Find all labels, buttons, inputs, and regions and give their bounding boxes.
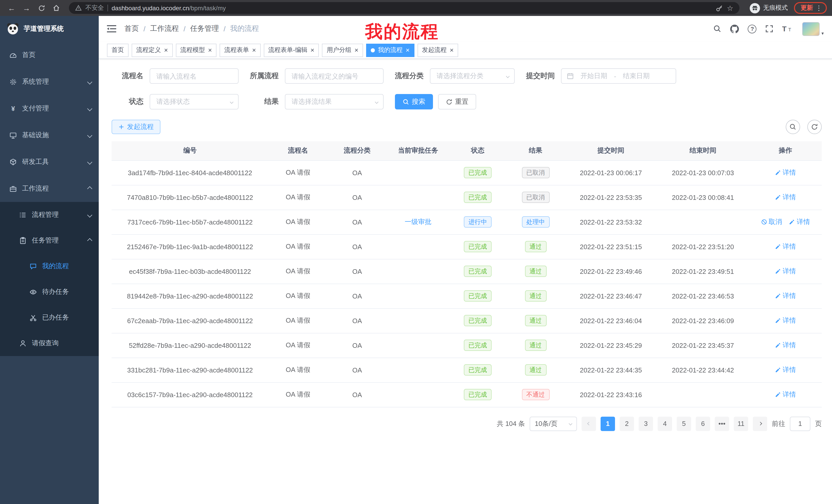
more-pages-button[interactable]: ••• (715, 416, 729, 431)
filter-status: 状态 请选择状态 (111, 94, 239, 109)
sidebar-item-todo-tasks[interactable]: 待办任务 (0, 279, 99, 305)
avatar[interactable] (802, 22, 820, 36)
url-text[interactable]: dashboard.yudao.iocoder.cn/bpm/task/my (111, 4, 226, 11)
current-task-link[interactable]: 一级审批 (405, 217, 432, 227)
tab-process-form-edit[interactable]: 流程表单-编辑× (264, 44, 319, 57)
browser-update-button[interactable]: 更新 ⋮ (794, 2, 827, 14)
breadcrumb-workflow[interactable]: 工作流程 (150, 24, 179, 33)
page-button-3[interactable]: 3 (639, 416, 653, 431)
hamburger-icon[interactable] (107, 25, 116, 32)
process-def-input[interactable] (285, 68, 384, 84)
tab-start-process[interactable]: 发起流程× (417, 44, 458, 57)
tab-my-process[interactable]: 我的流程× (366, 44, 414, 57)
browser-menu-icon[interactable]: ⋮ (815, 4, 822, 12)
tab-home[interactable]: 首页 (107, 44, 129, 57)
security-warning-icon[interactable] (75, 5, 82, 11)
tab-close-icon[interactable]: × (252, 47, 256, 53)
category-select[interactable]: 请选择流程分类 (430, 68, 515, 84)
detail-link[interactable]: 详情 (775, 168, 796, 177)
password-key-icon[interactable] (716, 4, 723, 11)
detail-link[interactable]: 详情 (775, 291, 796, 301)
cube-icon (9, 158, 18, 166)
tab-close-icon[interactable]: × (406, 47, 410, 53)
tab-close-icon[interactable]: × (450, 47, 453, 53)
detail-link[interactable]: 详情 (775, 390, 796, 399)
reload-button[interactable] (35, 2, 48, 15)
sidebar-item-task-management[interactable]: 任务管理 (0, 228, 99, 253)
start-date-placeholder[interactable]: 开始日期 (578, 72, 610, 81)
process-name-input[interactable] (150, 68, 239, 84)
font-size-icon[interactable]: TT (782, 25, 793, 33)
end-date-placeholder[interactable]: 结束日期 (620, 72, 652, 81)
page-button-4[interactable]: 4 (658, 416, 672, 431)
refresh-table-button[interactable] (807, 120, 822, 134)
address-bar[interactable]: 不安全 dashboard.yudao.iocoder.cn/bpm/task/… (69, 2, 739, 14)
tab-user-group[interactable]: 用户分组× (322, 44, 363, 57)
next-page-button[interactable] (753, 416, 767, 431)
chevron-down-icon (87, 159, 92, 164)
bookmark-star-icon[interactable]: ☆ (727, 4, 733, 12)
person-icon (19, 339, 27, 347)
process-category: OA (352, 317, 362, 325)
toggle-search-button[interactable] (786, 120, 800, 134)
detail-link[interactable]: 详情 (775, 193, 796, 202)
page-button-1[interactable]: 1 (601, 416, 615, 431)
detail-link[interactable]: 详情 (775, 365, 796, 374)
sidebar-item-devtools[interactable]: 研发工具 (0, 148, 99, 175)
header-search-icon[interactable] (713, 25, 722, 33)
home-button[interactable] (50, 2, 63, 15)
search-button[interactable]: 搜索 (395, 94, 433, 109)
tab-process-model[interactable]: 流程模型× (176, 44, 216, 57)
github-icon[interactable] (730, 24, 739, 33)
detail-link[interactable]: 详情 (775, 341, 796, 350)
reset-button[interactable]: 重置 (438, 94, 476, 109)
cancel-link[interactable]: 取消 (761, 217, 782, 227)
tab-close-icon[interactable]: × (164, 47, 168, 53)
page-button-2[interactable]: 2 (620, 416, 634, 431)
table-row: 7470a810-7b9b-11ec-b5b7-acde48001122 OA … (111, 185, 822, 209)
fullscreen-icon[interactable] (765, 25, 774, 33)
sidebar-item-process-management[interactable]: 流程管理 (0, 202, 99, 228)
main-area: 我的流程 首页 / 工作流程 / 任务管理 / 我的流程 ? (99, 16, 832, 504)
date-separator: - (614, 72, 616, 80)
submit-time-range-picker[interactable]: 开始日期 - 结束日期 (561, 68, 676, 84)
tab-close-icon[interactable]: × (311, 47, 314, 53)
sidebar-item-workflow[interactable]: 工作流程 (0, 175, 99, 202)
breadcrumb-home[interactable]: 首页 (125, 24, 139, 33)
user-menu[interactable]: ▾ (802, 22, 824, 36)
help-icon[interactable]: ? (748, 24, 757, 33)
detail-label: 详情 (783, 390, 796, 399)
page-button-11[interactable]: 11 (734, 416, 748, 431)
sidebar-item-done-tasks[interactable]: 已办任务 (0, 305, 99, 330)
app-logo[interactable]: 芋道管理系统 (0, 16, 99, 41)
sidebar-item-infrastructure[interactable]: 基础设施 (0, 122, 99, 148)
detail-link[interactable]: 详情 (775, 242, 796, 251)
security-label[interactable]: 不安全 (85, 4, 104, 12)
page-size-select[interactable]: 10条/页 (530, 416, 577, 431)
breadcrumb-task-management[interactable]: 任务管理 (190, 24, 219, 33)
page-button-6[interactable]: 6 (696, 416, 710, 431)
tab-close-icon[interactable]: × (208, 47, 212, 53)
result-select[interactable]: 请选择流结果 (285, 94, 384, 109)
prev-page-button[interactable] (581, 416, 596, 431)
tab-process-definition[interactable]: 流程定义× (132, 44, 173, 57)
incognito-badge[interactable]: 无痕模式 (750, 3, 788, 13)
tab-label: 流程模型 (180, 46, 205, 54)
sidebar-item-system[interactable]: 系统管理 (0, 68, 99, 95)
submit-time: 2022-01-22 23:53:32 (580, 218, 642, 226)
sidebar-item-my-process[interactable]: 我的流程 (0, 253, 99, 279)
detail-link[interactable]: 详情 (775, 316, 796, 325)
forward-button[interactable]: → (20, 2, 33, 15)
back-button[interactable]: ← (5, 2, 18, 15)
page-button-5[interactable]: 5 (677, 416, 691, 431)
sidebar-item-payment[interactable]: ¥ 支付管理 (0, 95, 99, 122)
tab-close-icon[interactable]: × (355, 47, 358, 53)
sidebar-item-home[interactable]: 首页 (0, 41, 99, 68)
detail-link[interactable]: 详情 (789, 217, 810, 227)
sidebar-item-leave-query[interactable]: 请假查询 (0, 330, 99, 356)
detail-link[interactable]: 详情 (775, 267, 796, 276)
start-process-button[interactable]: 发起流程 (111, 120, 160, 134)
goto-page-input[interactable] (790, 416, 810, 431)
tab-process-form[interactable]: 流程表单× (219, 44, 260, 57)
status-select[interactable]: 请选择状态 (150, 94, 239, 109)
